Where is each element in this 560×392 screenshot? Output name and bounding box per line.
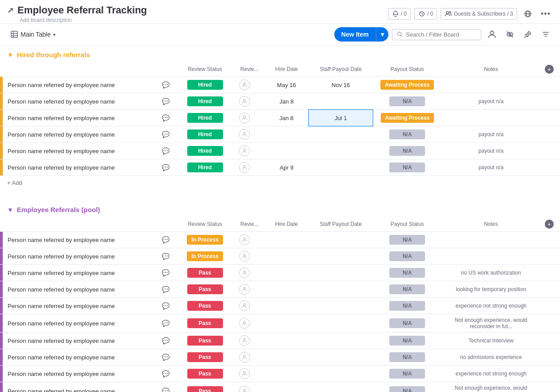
- row-comment-cell[interactable]: 💬: [156, 126, 175, 143]
- row-comment-cell[interactable]: 💬: [156, 281, 175, 298]
- new-item-button[interactable]: New Item ▾: [334, 27, 388, 42]
- row-comment-cell[interactable]: 💬: [156, 333, 175, 349]
- payout-status-badge[interactable]: N/A: [389, 129, 425, 139]
- row-review-status-cell[interactable]: Hired: [175, 110, 234, 126]
- payout-status-badge[interactable]: N/A: [389, 369, 425, 379]
- comment-icon[interactable]: 💬: [162, 337, 169, 344]
- payout-status-badge[interactable]: N/A: [389, 318, 425, 328]
- row-staff-payout-cell[interactable]: [309, 366, 373, 382]
- row-hire-date-cell[interactable]: [265, 126, 309, 143]
- row-staff-payout-cell[interactable]: [309, 248, 373, 265]
- comment-icon[interactable]: 💬: [162, 147, 169, 154]
- row-reviewed-by-cell[interactable]: [235, 110, 265, 126]
- row-staff-payout-cell[interactable]: [309, 281, 373, 298]
- row-payout-status-cell[interactable]: Awaiting Process: [373, 77, 442, 93]
- collapse-icon-pool[interactable]: ▼: [7, 206, 13, 213]
- row-payout-status-cell[interactable]: N/A: [373, 333, 442, 349]
- row-review-status-cell[interactable]: Hired: [175, 143, 234, 159]
- row-staff-payout-cell[interactable]: Jul 1: [309, 110, 373, 126]
- row-payout-status-cell[interactable]: Awaiting Process: [373, 110, 442, 126]
- payout-status-badge[interactable]: N/A: [389, 163, 425, 172]
- row-comment-cell[interactable]: 💬: [156, 265, 175, 281]
- row-staff-payout-cell[interactable]: Nov 16: [309, 77, 373, 93]
- reviewed-by-icon[interactable]: [239, 386, 250, 392]
- review-status-badge[interactable]: Hired: [187, 80, 223, 90]
- row-comment-cell[interactable]: 💬: [156, 366, 175, 382]
- reviewed-by-icon[interactable]: [239, 146, 250, 156]
- row-reviewed-by-cell[interactable]: [235, 314, 265, 333]
- row-comment-cell[interactable]: 💬: [156, 77, 175, 93]
- row-hire-date-cell[interactable]: [265, 143, 309, 159]
- review-status-badge[interactable]: Pass: [187, 301, 223, 311]
- reviewed-by-icon[interactable]: [239, 352, 250, 363]
- add-row-hired[interactable]: + Add: [0, 176, 560, 190]
- row-staff-payout-cell[interactable]: [309, 126, 373, 143]
- search-input[interactable]: [406, 31, 473, 38]
- row-comment-cell[interactable]: 💬: [156, 248, 175, 265]
- row-hire-date-cell[interactable]: [265, 349, 309, 366]
- payout-status-badge[interactable]: N/A: [389, 336, 425, 346]
- row-payout-status-cell[interactable]: N/A: [373, 366, 442, 382]
- row-review-status-cell[interactable]: Hired: [175, 93, 234, 110]
- comment-icon[interactable]: 💬: [162, 253, 169, 260]
- review-status-badge[interactable]: Hired: [187, 113, 223, 123]
- filter-button[interactable]: [539, 27, 553, 42]
- row-hire-date-cell[interactable]: Apr 9: [265, 159, 309, 176]
- row-hire-date-cell[interactable]: Jan 8: [265, 110, 309, 126]
- row-reviewed-by-cell[interactable]: [235, 281, 265, 298]
- payout-status-badge[interactable]: Awaiting Process: [381, 113, 434, 123]
- reviewed-by-icon[interactable]: [239, 162, 250, 173]
- review-status-badge[interactable]: Hired: [187, 129, 223, 139]
- row-payout-status-cell[interactable]: N/A: [373, 349, 442, 366]
- reviewed-by-icon[interactable]: [239, 96, 250, 107]
- row-comment-cell[interactable]: 💬: [156, 349, 175, 366]
- review-status-badge[interactable]: Hired: [187, 96, 223, 106]
- collapse-icon-hired[interactable]: ▼: [7, 51, 13, 58]
- review-status-badge[interactable]: Hired: [187, 146, 223, 156]
- comment-icon[interactable]: 💬: [162, 131, 169, 138]
- review-status-badge[interactable]: Hired: [187, 163, 223, 172]
- row-reviewed-by-cell[interactable]: [235, 366, 265, 382]
- row-hire-date-cell[interactable]: May 16: [265, 77, 309, 93]
- row-hire-date-cell[interactable]: [265, 366, 309, 382]
- reviewed-by-icon[interactable]: [239, 251, 250, 262]
- row-review-status-cell[interactable]: Hired: [175, 126, 234, 143]
- pin-button[interactable]: [521, 27, 535, 42]
- row-comment-cell[interactable]: 💬: [156, 93, 175, 110]
- row-hire-date-cell[interactable]: [265, 382, 309, 392]
- row-comment-cell[interactable]: 💬: [156, 110, 175, 126]
- comment-icon[interactable]: 💬: [162, 354, 169, 361]
- row-staff-payout-cell[interactable]: [309, 333, 373, 349]
- globe-button[interactable]: [521, 7, 535, 21]
- row-payout-status-cell[interactable]: N/A: [373, 265, 442, 281]
- board-description[interactable]: Add board description: [20, 17, 147, 23]
- comment-icon[interactable]: 💬: [162, 370, 169, 377]
- row-reviewed-by-cell[interactable]: [235, 298, 265, 314]
- row-hire-date-cell[interactable]: [265, 333, 309, 349]
- row-hire-date-cell[interactable]: [265, 265, 309, 281]
- payout-status-badge[interactable]: Awaiting Process: [380, 80, 434, 90]
- reviewed-by-icon[interactable]: [239, 234, 250, 245]
- row-review-status-cell[interactable]: Pass: [175, 333, 234, 349]
- row-staff-payout-cell[interactable]: [309, 93, 373, 110]
- reviewed-by-icon[interactable]: [239, 113, 250, 123]
- row-payout-status-cell[interactable]: N/A: [373, 382, 442, 392]
- row-comment-cell[interactable]: 💬: [156, 159, 175, 176]
- payout-status-badge[interactable]: N/A: [389, 284, 425, 294]
- row-review-status-cell[interactable]: In Process: [175, 248, 234, 265]
- row-review-status-cell[interactable]: Pass: [175, 349, 234, 366]
- add-column-button[interactable]: +: [545, 65, 554, 74]
- row-staff-payout-cell[interactable]: [309, 265, 373, 281]
- comment-icon[interactable]: 💬: [162, 114, 169, 121]
- reviewed-by-icon[interactable]: [239, 318, 250, 329]
- row-comment-cell[interactable]: 💬: [156, 143, 175, 159]
- row-review-status-cell[interactable]: Pass: [175, 314, 234, 333]
- review-status-badge[interactable]: In Process: [187, 235, 223, 245]
- row-reviewed-by-cell[interactable]: [235, 265, 265, 281]
- reviewed-by-icon[interactable]: [239, 79, 250, 90]
- hide-columns-button[interactable]: [503, 27, 517, 42]
- row-staff-payout-cell[interactable]: [309, 143, 373, 159]
- row-payout-status-cell[interactable]: N/A: [373, 281, 442, 298]
- row-review-status-cell[interactable]: Pass: [175, 382, 234, 392]
- payout-status-badge[interactable]: N/A: [389, 301, 425, 311]
